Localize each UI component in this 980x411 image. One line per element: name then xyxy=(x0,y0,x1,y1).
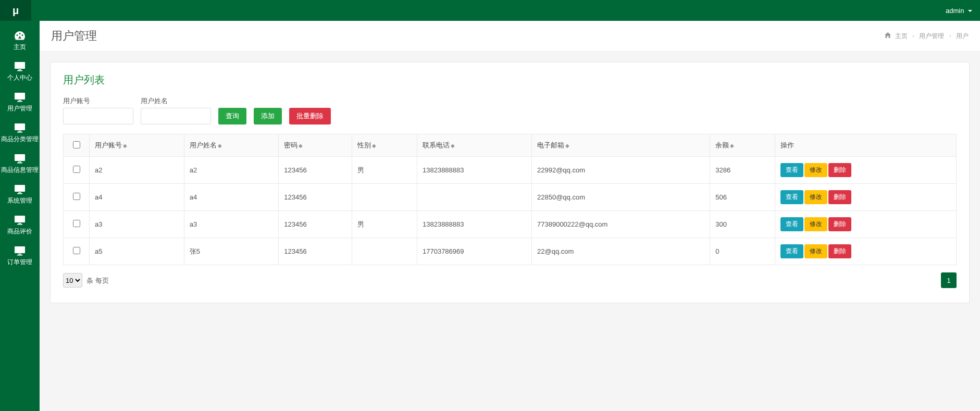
sidebar-item-system[interactable]: 系统管理 xyxy=(0,179,40,209)
cell-password: 123456 xyxy=(279,184,352,211)
user-name: admin xyxy=(946,7,964,15)
table-row: a3a3123456男1382388888377389000222@qq.com… xyxy=(64,211,957,238)
table-row: a4a412345622850@qq.com506查看修改删除 xyxy=(64,184,957,211)
sort-icon: ◆ xyxy=(451,143,455,148)
row-checkbox[interactable] xyxy=(73,220,80,227)
sidebar-item-label: 个人中心 xyxy=(0,73,40,82)
sidebar-item-category[interactable]: 商品分类管理 xyxy=(0,117,40,148)
page-size-select[interactable]: 10 xyxy=(63,273,82,288)
page-size-suffix: 条 每页 xyxy=(86,277,109,284)
col-name[interactable]: 用户姓名◆ xyxy=(184,134,279,157)
svg-rect-4 xyxy=(18,100,21,101)
cell-account: a2 xyxy=(90,157,184,184)
view-button[interactable]: 查看 xyxy=(780,217,803,231)
query-button[interactable]: 查询 xyxy=(218,108,246,124)
cell-actions: 查看修改删除 xyxy=(775,211,956,238)
cell-email: 22850@qq.com xyxy=(532,184,710,211)
search-account-input[interactable] xyxy=(63,108,133,124)
row-checkbox[interactable] xyxy=(73,193,80,200)
delete-button[interactable]: 删除 xyxy=(828,190,851,204)
cell-password: 123456 xyxy=(279,211,352,238)
sidebar-item-label: 用户管理 xyxy=(0,104,40,113)
sidebar-item-label: 主页 xyxy=(0,43,40,52)
delete-button[interactable]: 删除 xyxy=(828,217,851,231)
svg-rect-3 xyxy=(15,93,25,99)
cell-phone: 17703786969 xyxy=(417,238,531,265)
svg-rect-18 xyxy=(15,246,25,253)
user-menu[interactable]: admin xyxy=(946,7,972,15)
edit-button[interactable]: 修改 xyxy=(804,217,827,231)
sidebar-item-product[interactable]: 商品信息管理 xyxy=(0,148,40,179)
svg-rect-13 xyxy=(18,192,21,193)
cell-actions: 查看修改删除 xyxy=(775,238,956,265)
page-1[interactable]: 1 xyxy=(941,272,957,288)
cell-email: 77389000222@qq.com xyxy=(532,211,710,238)
edit-button[interactable]: 修改 xyxy=(804,190,827,204)
cell-gender xyxy=(352,184,417,211)
view-button[interactable]: 查看 xyxy=(780,190,803,204)
sidebar-item-label: 系统管理 xyxy=(0,196,40,205)
cell-phone xyxy=(417,184,531,211)
breadcrumb-home[interactable]: 主页 xyxy=(895,32,908,40)
svg-rect-17 xyxy=(17,224,22,225)
monitor-icon xyxy=(14,92,26,102)
panel: 用户列表 用户账号 用户姓名 查询 添加 批量删除 xyxy=(50,62,970,303)
cell-gender: 男 xyxy=(352,157,417,184)
svg-rect-20 xyxy=(17,255,22,256)
svg-rect-14 xyxy=(17,193,22,194)
table-row: a5张51234561770378696922@qq.com0查看修改删除 xyxy=(64,238,957,265)
row-checkbox[interactable] xyxy=(73,166,80,173)
page-header: 用户管理 主页 › 用户管理 › 用户 xyxy=(40,21,980,52)
monitor-icon xyxy=(14,122,26,133)
topbar: μ admin xyxy=(0,0,980,21)
sort-icon: ◆ xyxy=(299,143,303,148)
cell-password: 123456 xyxy=(279,157,352,184)
col-balance[interactable]: 余额◆ xyxy=(710,134,775,157)
cell-balance: 0 xyxy=(710,238,775,265)
view-button[interactable]: 查看 xyxy=(780,163,803,177)
search-name-input[interactable] xyxy=(141,108,211,124)
col-password[interactable]: 密码◆ xyxy=(279,134,352,157)
svg-rect-10 xyxy=(18,161,21,163)
sidebar: 主页 个人中心 用户管理 商品分类管理 商品信息管理 系统管理 商品评价 订单 xyxy=(0,21,40,411)
delete-button[interactable]: 删除 xyxy=(828,244,851,258)
main: 用户管理 主页 › 用户管理 › 用户 用户列表 用户账号 xyxy=(40,21,980,411)
panel-title: 用户列表 xyxy=(63,73,957,87)
breadcrumb-section[interactable]: 用户管理 xyxy=(919,32,944,40)
col-account[interactable]: 用户账号◆ xyxy=(90,134,184,157)
cell-account: a5 xyxy=(90,238,184,265)
cell-email: 22992@qq.com xyxy=(532,157,710,184)
table-header-row: 用户账号◆ 用户姓名◆ 密码◆ 性别◆ 联系电话◆ 电子邮箱◆ 余额◆ 操作 xyxy=(64,134,957,157)
sidebar-item-label: 订单管理 xyxy=(0,258,40,267)
chevron-right-icon: › xyxy=(912,32,914,40)
table-row: a2a2123456男1382388888322992@qq.com3286查看… xyxy=(64,157,957,184)
view-button[interactable]: 查看 xyxy=(780,244,803,258)
edit-button[interactable]: 修改 xyxy=(804,163,827,177)
sort-icon: ◆ xyxy=(123,143,127,148)
sidebar-item-label: 商品分类管理 xyxy=(0,135,40,144)
select-all-checkbox[interactable] xyxy=(73,141,80,148)
delete-button[interactable]: 删除 xyxy=(828,163,851,177)
search-account-label: 用户账号 xyxy=(63,96,133,106)
pagination: 1 xyxy=(941,272,957,288)
add-button[interactable]: 添加 xyxy=(254,108,282,124)
batch-delete-button[interactable]: 批量删除 xyxy=(289,108,331,124)
sidebar-item-reviews[interactable]: 商品评价 xyxy=(0,209,40,240)
col-gender[interactable]: 性别◆ xyxy=(352,134,417,157)
row-checkbox[interactable] xyxy=(73,247,80,254)
monitor-icon xyxy=(14,153,26,164)
sidebar-item-users[interactable]: 用户管理 xyxy=(0,86,40,117)
svg-rect-1 xyxy=(18,69,21,70)
home-icon xyxy=(885,32,892,40)
sidebar-item-home[interactable]: 主页 xyxy=(0,25,40,56)
sidebar-item-profile[interactable]: 个人中心 xyxy=(0,56,40,86)
sidebar-item-label: 商品信息管理 xyxy=(0,166,40,175)
col-phone[interactable]: 联系电话◆ xyxy=(417,134,531,157)
monitor-icon xyxy=(14,215,26,225)
sidebar-item-orders[interactable]: 订单管理 xyxy=(0,240,40,271)
caret-down-icon xyxy=(968,10,972,12)
sort-icon: ◆ xyxy=(730,143,734,148)
user-table: 用户账号◆ 用户姓名◆ 密码◆ 性别◆ 联系电话◆ 电子邮箱◆ 余额◆ 操作 a… xyxy=(63,134,957,265)
edit-button[interactable]: 修改 xyxy=(804,244,827,258)
col-email[interactable]: 电子邮箱◆ xyxy=(532,134,710,157)
